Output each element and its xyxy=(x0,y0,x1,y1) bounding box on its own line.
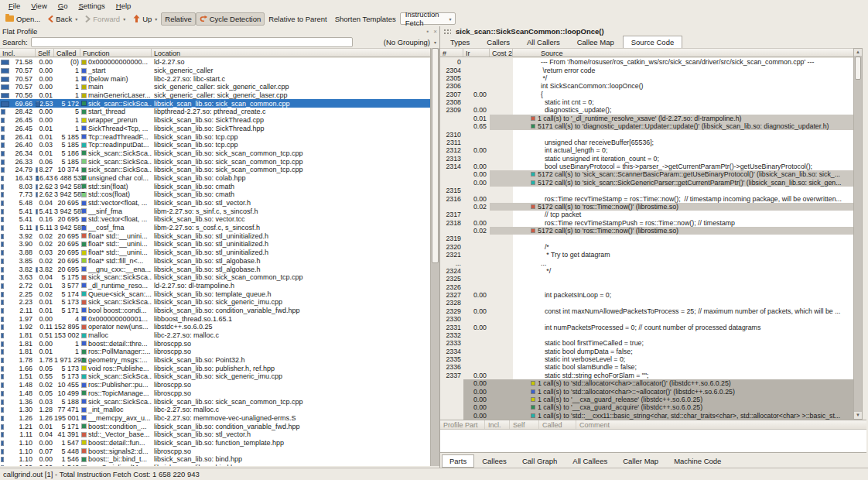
source-row[interactable]: 2320 /* xyxy=(440,243,853,251)
table-row[interactable]: 2.230.015 173sick_scan::SickSca...libsic… xyxy=(0,298,430,307)
source-row[interactable]: 23070.00{ xyxy=(440,91,853,98)
column-header-function[interactable]: Function xyxy=(80,49,152,57)
table-row[interactable]: 26.450.011SickThread<Tcp, ...libsick_sca… xyxy=(0,125,430,133)
source-row[interactable]: 2332 xyxy=(440,331,853,339)
table-row[interactable]: 5.480.0420 695std::vector<float, ...libs… xyxy=(0,199,430,207)
parts-column-header-comment[interactable]: Comment xyxy=(576,420,866,429)
table-row[interactable]: 70.560.011mainGenericLaser...sick_generi… xyxy=(0,91,430,100)
table-row[interactable]: 16.4316.436 488 533unsigned char col...l… xyxy=(0,174,430,183)
tab-all-callers[interactable]: All Callers xyxy=(518,36,569,48)
source-row[interactable]: 2317 // tcp packet xyxy=(440,211,853,218)
source-row[interactable]: 2306int SickScanCommon::loopOnce() xyxy=(440,82,853,90)
forward-button[interactable]: Forward ▾ xyxy=(81,12,129,26)
bottom-tab-all-callees[interactable]: All Callees xyxy=(565,454,615,468)
table-row[interactable]: 2.110.015 171bool boost::condi...libsick… xyxy=(0,307,430,315)
table-row[interactable]: 1.810.51153 002malloclibc-2.27.so: mallo… xyxy=(0,331,430,340)
source-row[interactable]: 2321 * Try to get datagram xyxy=(440,251,853,259)
up-button[interactable]: Up ▾ xyxy=(129,12,161,26)
menu-settings[interactable]: Settings xyxy=(73,1,110,11)
table-row[interactable]: 3.823.8220 695__gnu_cxx::__ena...libsick… xyxy=(0,265,430,273)
table-row[interactable]: 26.340.015 186sick_scan::SickSca...libsi… xyxy=(0,149,430,158)
call-row[interactable]: 0.001 call(s) to '__cxa_guard_acquire' (… xyxy=(440,403,853,411)
column-header-called[interactable]: Called xyxy=(54,49,80,57)
menu-go[interactable]: Go xyxy=(53,1,73,11)
shorten-templates-toggle[interactable]: Shorten Templates xyxy=(331,12,400,26)
source-row[interactable]: 23290.00 const int maxNumAllowedPacketsT… xyxy=(440,307,853,315)
parts-column-header-incl[interactable]: Incl. xyxy=(485,420,510,429)
source-row[interactable]: 23090.00 diagnostics_.update(); xyxy=(440,106,853,114)
source-column-header-ir[interactable]: Ir xyxy=(463,49,490,57)
source-row[interactable]: 23140.00 bool useBinaryProtocol = this->… xyxy=(440,163,853,170)
call-row[interactable]: 0.011 call(s) to '_dl_runtime_resolve_xs… xyxy=(440,115,853,122)
table-row[interactable]: 1.781.781 971 293geometry_msgs::...libsi… xyxy=(0,356,430,365)
table-row[interactable]: 1.100.075 448boost::signals2::d...libros… xyxy=(0,447,430,455)
table-row[interactable]: 71.580.00(0)0x000000000000...ld-2.27.so xyxy=(0,58,430,67)
source-scrollbar[interactable]: ▲ ▼ xyxy=(853,48,863,420)
call-row[interactable]: 0.001 call(s) to 'std::allocator<char>::… xyxy=(440,379,853,387)
bottom-tab-parts[interactable]: Parts xyxy=(442,454,474,468)
source-row[interactable]: 2333 static bool firstTimeCalled = true; xyxy=(440,339,853,347)
table-row[interactable]: 8.032.623 942 587std::sin(float)libsick_… xyxy=(0,182,430,190)
parts-column-header-called[interactable]: Called xyxy=(539,420,576,429)
column-header-self[interactable]: Self xyxy=(36,49,54,57)
tab-types[interactable]: Types xyxy=(442,36,478,48)
call-row[interactable]: 0.025172 call(s) to 'ros::Time::now()' (… xyxy=(440,227,853,235)
event-type-select[interactable]: Instruction Fetch ▾ xyxy=(400,12,456,25)
scroll-down-icon[interactable]: ▼ xyxy=(854,412,862,419)
source-column-header-source[interactable]: Source xyxy=(513,49,853,57)
table-row[interactable]: 1.970.0040x000000000001...libboost_threa… xyxy=(0,314,430,323)
table-row[interactable]: 70.570.001_startsick_generic_caller xyxy=(0,67,430,75)
table-row[interactable]: 5.415.413 942 587__sinf_fmalibm-2.27.so:… xyxy=(0,207,430,215)
scroll-up-icon[interactable]: ▲ xyxy=(854,49,862,56)
source-row[interactable]: 2334 static bool dumpData = false; xyxy=(440,348,853,355)
source-row[interactable]: 23180.00 ros::Time recvTimeStampPush = r… xyxy=(440,219,853,227)
dock-float-icon[interactable]: ▪ xyxy=(424,28,431,35)
column-header-location[interactable]: Location xyxy=(152,49,430,57)
source-row[interactable]: 23160.00 ros::Time recvTimeStamp = ros::… xyxy=(440,194,853,202)
left-scrollbar-thumb[interactable] xyxy=(432,48,439,263)
source-row[interactable]: 2325 xyxy=(440,275,853,283)
menu-view[interactable]: View xyxy=(26,1,52,11)
table-row[interactable]: 26.410.015 185Tcp::readThreadF...libsick… xyxy=(0,132,430,141)
open-button[interactable]: Open... xyxy=(2,12,44,26)
call-row[interactable]: 0.001 call(s) to '__cxa_guard_release' (… xyxy=(440,396,853,403)
table-row[interactable]: 1.100.001 546boost::_bi::bind_t...libsic… xyxy=(0,455,430,464)
source-row[interactable]: 2328 xyxy=(440,299,853,307)
table-row[interactable]: 2.720.013 577_dl_runtime_reso...ld-2.27.… xyxy=(0,282,430,290)
table-row[interactable]: 69.6632.535 172sick_scan::SickSca...libs… xyxy=(0,99,430,108)
cycle-detection-toggle[interactable]: Cycle Detection xyxy=(196,12,265,26)
table-row[interactable]: 70.570.001mainsick_generic_caller: sick_… xyxy=(0,83,430,91)
table-row[interactable]: 1.810.001boost::detail::thre...libroscpp… xyxy=(0,339,430,348)
table-row[interactable]: 26.400.035 185Tcp::readInputDat...libsic… xyxy=(0,141,430,149)
table-row[interactable]: 1.480.0210 455ros::Publisher::pu...libro… xyxy=(0,381,430,389)
grouping-select[interactable]: (No Grouping) ▾ xyxy=(381,38,439,46)
table-row[interactable]: 1.090.001 546ros::SerializedMes...libsic… xyxy=(0,464,430,466)
table-row[interactable]: 2.250.025 174Queue<sick_scan:...libsick_… xyxy=(0,290,430,298)
source-row[interactable]: 2324 */ xyxy=(440,267,853,275)
column-header-incl[interactable]: Incl. xyxy=(0,49,36,57)
parts-column-header-self[interactable]: Self xyxy=(510,420,539,429)
source-row[interactable]: 2304 \return error code xyxy=(440,66,853,74)
parts-column-header-profilepart[interactable]: Profile Part xyxy=(440,420,485,429)
source-row[interactable]: 2326 xyxy=(440,283,853,291)
call-row[interactable]: 0.005172 call(s) to 'sick_scan::SickGene… xyxy=(440,179,853,187)
call-row[interactable]: 0.005172 call(s) to 'sick_scan::ScannerB… xyxy=(440,170,853,178)
source-row[interactable]: 2336 static bool slamBundle = false; xyxy=(440,363,853,371)
source-row[interactable]: 23270.00 int packetsInLoop = 0; xyxy=(440,291,853,299)
table-row[interactable]: 1.210.015 171boost::condition_...libsick… xyxy=(0,422,430,430)
source-row[interactable]: 23120.00 int actual_length = 0; xyxy=(440,146,853,154)
call-row[interactable]: 0.001 call(s) to 'std::__cxx11::basic_st… xyxy=(440,412,853,420)
table-row[interactable]: 3.880.0320 695float* std::__unini...libs… xyxy=(0,249,430,257)
source-row[interactable]: 2319 xyxy=(440,235,853,242)
source-row[interactable]: 2315 xyxy=(440,187,853,194)
source-row[interactable]: 23310.00 int numPacketsProcessed = 0; //… xyxy=(440,323,853,331)
menu-file[interactable]: File xyxy=(3,1,26,11)
table-row[interactable]: 3.920.0220 695float* std::__unini...libs… xyxy=(0,231,430,240)
source-row[interactable]: 23370.00 static std::string echoForSlam … xyxy=(440,372,853,379)
tab-callers[interactable]: Callers xyxy=(478,36,518,48)
table-row[interactable]: 26.330.065 185sick_scan::SickSca...libsi… xyxy=(0,157,430,166)
table-row[interactable]: 5.410.1620 695std::vector<float, ...libs… xyxy=(0,215,430,224)
table-row[interactable]: 3.900.0220 695float* std::__unini...libs… xyxy=(0,240,430,249)
tab-source-code[interactable]: Source Code xyxy=(623,36,682,48)
table-row[interactable]: 1.510.555 173sick_scan::SickSca...libsic… xyxy=(0,372,430,381)
